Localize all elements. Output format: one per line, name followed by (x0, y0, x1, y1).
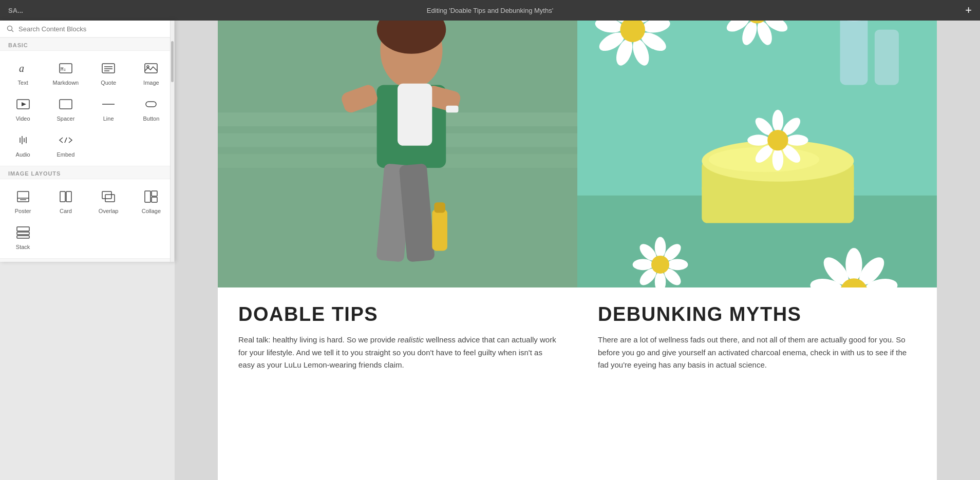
text-icon: a (13, 59, 33, 78)
left-title: DOABLE TIPS (238, 304, 557, 325)
svg-rect-13 (60, 100, 72, 109)
svg-rect-73 (434, 202, 445, 213)
overlap-icon (98, 187, 119, 206)
svg-point-116 (633, 259, 653, 271)
two-col-layout: DOABLE TIPS Real talk: healthy living is… (218, 21, 937, 384)
block-text[interactable]: a Text (2, 55, 44, 90)
line-icon (98, 95, 119, 113)
right-column: DEBUNKING MYTHS There are a lot of welln… (577, 21, 937, 384)
block-spacer-label: Spacer (56, 116, 74, 122)
embed-icon (55, 131, 76, 149)
basic-section-label: BASIC (0, 37, 174, 51)
block-quote[interactable]: Quote (88, 55, 129, 90)
block-spacer[interactable]: Spacer (45, 91, 86, 126)
svg-point-103 (786, 135, 808, 146)
add-button[interactable]: + (965, 4, 972, 17)
block-audio-label: Audio (16, 151, 30, 158)
block-image[interactable]: Image (130, 55, 172, 90)
video-icon (13, 95, 33, 113)
quote-icon (98, 59, 119, 78)
block-embed-label: Embed (56, 151, 74, 158)
content-area: DOABLE TIPS Real talk: healthy living is… (175, 21, 980, 480)
svg-rect-23 (105, 195, 115, 202)
svg-rect-72 (432, 209, 447, 251)
svg-point-107 (747, 135, 769, 146)
panel-scroll[interactable]: BASIC a Text (0, 37, 174, 262)
block-button[interactable]: Button (130, 91, 172, 126)
svg-marker-12 (22, 102, 26, 106)
block-text-label: Text (18, 80, 28, 86)
block-video[interactable]: Video (2, 91, 44, 126)
svg-rect-15 (146, 102, 156, 107)
svg-rect-29 (17, 236, 29, 238)
left-body: Real talk: healthy living is hard. So we… (238, 334, 557, 372)
scrollbar[interactable] (170, 21, 174, 262)
image-layouts-section-label: IMAGE LAYOUTS (0, 166, 174, 179)
block-markdown-label: Markdown (53, 80, 79, 86)
svg-rect-26 (152, 197, 157, 202)
block-quote-label: Quote (101, 80, 116, 86)
search-icon (6, 25, 14, 33)
svg-rect-20 (60, 191, 65, 202)
svg-rect-17 (17, 191, 29, 202)
block-overlap-label: Overlap (99, 208, 119, 214)
svg-point-110 (655, 237, 666, 258)
image-layouts-grid: Poster Card (0, 179, 174, 258)
svg-rect-24 (145, 191, 150, 202)
content-blocks-panel: BASIC a Text (0, 21, 175, 262)
stack-layout-icon (13, 223, 33, 242)
block-poster-label: Poster (15, 208, 31, 214)
svg-rect-68 (398, 84, 432, 146)
svg-rect-25 (152, 191, 157, 196)
basic-grid: a Text M↓ Markdown (0, 51, 174, 166)
search-bar (0, 21, 174, 37)
svg-text:a: a (19, 63, 24, 74)
svg-point-101 (772, 110, 784, 132)
top-bar: SA... Editing 'Doable Tips and Debunking… (0, 0, 980, 21)
poster-icon (13, 187, 33, 206)
block-line[interactable]: Line (88, 91, 129, 126)
block-markdown[interactable]: M↓ Markdown (45, 55, 86, 90)
spacer-icon (55, 95, 76, 113)
image-icon (141, 59, 161, 78)
save-label[interactable]: SA... (8, 7, 23, 14)
svg-rect-5 (102, 64, 115, 73)
svg-rect-131 (875, 30, 899, 85)
svg-rect-9 (145, 64, 157, 73)
gallery-section-label: GALLERY (0, 258, 174, 262)
svg-rect-129 (840, 21, 868, 85)
block-card[interactable]: Card (45, 183, 86, 218)
svg-rect-22 (102, 191, 111, 199)
svg-point-118 (651, 256, 669, 274)
svg-rect-71 (446, 106, 458, 112)
fitness-image (218, 21, 577, 287)
svg-line-1 (12, 30, 14, 32)
collage-icon (141, 187, 161, 206)
svg-point-109 (767, 130, 788, 150)
block-collage[interactable]: Collage (130, 183, 172, 218)
svg-text:M↓: M↓ (61, 67, 66, 72)
right-body: There are a lot of wellness fads out the… (598, 334, 916, 372)
search-input[interactable] (18, 25, 168, 33)
button-icon (141, 95, 161, 113)
block-stack-layout[interactable]: Stack (2, 219, 44, 254)
left-column: DOABLE TIPS Real talk: healthy living is… (218, 21, 577, 384)
right-title: DEBUNKING MYTHS (598, 304, 916, 325)
svg-line-16 (65, 138, 67, 143)
page-content: DOABLE TIPS Real talk: healthy living is… (218, 21, 937, 480)
block-poster[interactable]: Poster (2, 183, 44, 218)
block-embed[interactable]: Embed (45, 127, 86, 162)
block-button-label: Button (143, 116, 159, 122)
svg-rect-27 (17, 227, 29, 231)
block-card-label: Card (60, 208, 72, 214)
svg-point-10 (147, 66, 149, 68)
svg-point-105 (772, 148, 784, 170)
block-video-label: Video (16, 116, 30, 122)
block-overlap[interactable]: Overlap (88, 183, 129, 218)
block-audio[interactable]: Audio (2, 127, 44, 162)
scroll-thumb (171, 41, 174, 82)
svg-point-0 (8, 26, 12, 31)
svg-point-112 (667, 259, 688, 271)
left-text-block: DOABLE TIPS Real talk: healthy living is… (218, 287, 577, 384)
block-stack-layout-label: Stack (16, 244, 30, 250)
